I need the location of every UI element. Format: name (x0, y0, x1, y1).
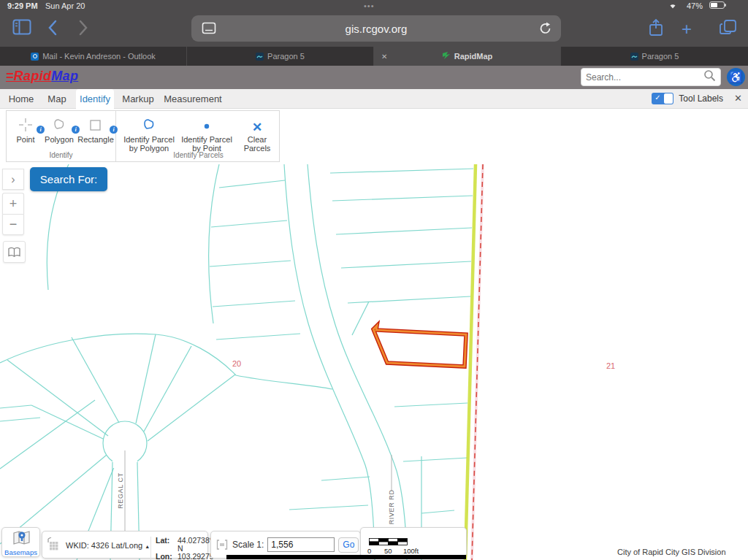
multitask-dots-icon: ••• (364, 1, 375, 10)
tab-map[interactable]: Map (42, 89, 72, 109)
app-header: =RapidMap ♿ (0, 66, 748, 89)
battery-icon (709, 1, 725, 9)
wkid-selector[interactable]: WKID: 4326 Lat/Long ▲ (66, 541, 150, 550)
reload-icon[interactable] (538, 21, 552, 38)
clear-parcels-button[interactable]: ✕ Clear Parcels (236, 116, 278, 153)
latlon-readout: Lat:44.02738° N Lon:103.29275° W (150, 537, 217, 560)
safari-toolbar: gis.rcgov.org + (0, 12, 748, 47)
paragon-icon (256, 53, 264, 61)
basemaps-icon (12, 529, 31, 547)
attribution: City of Rapid City GIS Division (617, 548, 726, 556)
clock: 9:29 PM (7, 1, 38, 10)
zoom-out-button[interactable]: − (2, 214, 24, 235)
tab-measurement[interactable]: Measurement (164, 89, 222, 109)
tab-bar: Mail - Kevin Andreson - Outlook Paragon … (0, 47, 748, 66)
highlighted-parcel[interactable] (373, 326, 466, 367)
scalebar-zero: 0 (367, 547, 371, 555)
status-bar: 9:29 PM Sun Apr 20 ••• 47% (0, 0, 748, 12)
lat-label: Lat: (156, 537, 175, 553)
identify-parcels-group-label: Identify Parcels (116, 151, 280, 159)
page-settings-icon[interactable] (202, 22, 216, 37)
rapidmap-logo[interactable]: =RapidMap (6, 69, 78, 84)
parcel-polygon-icon (121, 116, 178, 132)
road-label-regal-ct: REGAL CT (117, 472, 124, 508)
tab-home[interactable]: Home (6, 89, 37, 109)
book-icon (7, 247, 21, 258)
identify-parcel-by-polygon-button[interactable]: Identify Parcel by Polygon (121, 116, 178, 153)
rapidmap-icon (442, 51, 451, 61)
expand-panel-button[interactable]: › (2, 169, 24, 190)
identify-parcels-group: Identify Parcel by Polygon Identify Parc… (116, 111, 280, 161)
ribbon-close-icon[interactable]: ✕ (734, 93, 742, 104)
outlook-icon (31, 53, 39, 61)
polygon-icon: i (42, 116, 77, 132)
sidebar-icon[interactable] (12, 18, 31, 39)
basemaps-button[interactable]: Basemaps (1, 527, 40, 557)
bookmarks-button[interactable] (3, 241, 26, 263)
paragon-icon (630, 53, 638, 61)
scale-icon (216, 540, 228, 550)
tabs-overview-icon[interactable] (719, 18, 738, 40)
accessibility-icon[interactable]: ♿ (727, 68, 745, 86)
rectangle-tool-button[interactable]: i Rectangle (77, 116, 115, 144)
close-tab-icon[interactable]: ✕ (381, 53, 387, 61)
date: Sun Apr 20 (45, 1, 85, 10)
tab-paragon-2[interactable]: Paragon 5 (561, 47, 748, 66)
polygon-tool-button[interactable]: i Polygon (42, 116, 77, 144)
point-crosshair-icon: i (9, 116, 42, 132)
tool-labels-control: ✓ Tool Labels (652, 93, 723, 104)
new-tab-icon[interactable]: + (682, 19, 692, 39)
tool-strip: i Point i Polygon i Rectangle (0, 109, 748, 164)
underline-bar (226, 555, 466, 559)
scalebar-hundred: 100ft (403, 547, 419, 555)
wkid-grid-icon (47, 537, 60, 552)
search-icon[interactable] (703, 69, 720, 85)
back-icon[interactable] (47, 20, 58, 39)
point-tool-button[interactable]: i Point (9, 116, 42, 144)
identify-group: i Point i Polygon i Rectangle (7, 111, 116, 161)
clear-parcels-icon: ✕ (252, 123, 262, 132)
scale-label: Scale 1: (232, 540, 264, 550)
tab-markup[interactable]: Markup (120, 89, 156, 109)
tool-labels-label: Tool Labels (679, 93, 723, 104)
zoom-in-button[interactable]: + (2, 193, 24, 214)
tab-rapidmap[interactable]: ✕ RapidMap (374, 47, 561, 66)
battery-percent: 47% (687, 1, 703, 10)
caret-up-icon: ▲ (145, 544, 150, 549)
go-button[interactable]: Go (338, 537, 359, 553)
share-icon[interactable] (647, 18, 665, 42)
header-search-box[interactable] (581, 68, 721, 86)
wifi-icon (668, 1, 678, 11)
block-label-21: 21 (606, 361, 615, 370)
scalebar-panel: 0 50 100ft (360, 527, 467, 557)
forward-icon[interactable] (77, 20, 89, 39)
scale-input[interactable] (267, 537, 335, 552)
ribbon-nav: Home Map Identify Markup Measurement ✓ T… (0, 89, 748, 109)
scalebar-fifty: 50 (384, 547, 392, 555)
ipad-screen: 9:29 PM Sun Apr 20 ••• 47% gis.rcgov.org (0, 0, 748, 560)
parcel-point-icon (179, 116, 234, 132)
identify-group-label: Identify (7, 151, 115, 159)
url-text: gis.rcgov.org (346, 23, 408, 35)
search-input[interactable] (581, 72, 703, 83)
tab-identify[interactable]: Identify (76, 89, 114, 109)
rectangle-icon: i (77, 116, 115, 132)
tool-labels-toggle[interactable]: ✓ (652, 93, 673, 104)
scalebar-graphic (369, 538, 408, 545)
search-for-button[interactable]: Search For: (30, 167, 107, 191)
map-canvas[interactable]: 20 21 REGAL CT ND RIVER RD (0, 164, 748, 560)
identify-tool-panel: i Point i Polygon i Rectangle (6, 110, 280, 162)
lon-label: Lon: (156, 553, 175, 560)
identify-parcel-by-point-button[interactable]: Identify Parcel by Point (179, 116, 234, 153)
url-bar[interactable]: gis.rcgov.org (191, 15, 561, 42)
tab-mail[interactable]: Mail - Kevin Andreson - Outlook (0, 47, 187, 66)
tab-paragon-1[interactable]: Paragon 5 (187, 47, 374, 66)
basemaps-label: Basemaps (2, 548, 39, 556)
block-label-20: 20 (232, 359, 241, 368)
coordinate-panel: WKID: 4326 Lat/Long ▲ Lat:44.02738° N Lo… (42, 531, 208, 559)
